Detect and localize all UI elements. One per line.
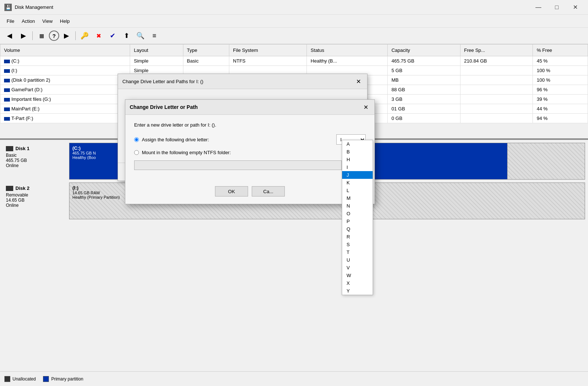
mount-radio[interactable] — [134, 150, 139, 155]
col-layout[interactable]: Layout — [130, 45, 183, 56]
cell-pct: 100 % — [533, 66, 588, 75]
window-controls: — □ ✕ — [530, 2, 584, 13]
dropdown-item-n[interactable]: N — [342, 202, 373, 210]
toolbar-menu[interactable]: ≡ — [148, 30, 161, 42]
disk1-label: Disk 1 Basic 465.75 GB Online — [3, 143, 69, 180]
mount-label: Mount in the following empty NTFS folder… — [142, 150, 231, 155]
toolbar-search[interactable]: 🔍 — [134, 30, 147, 42]
dropdown-item-m[interactable]: M — [342, 194, 373, 202]
legend-primary-box — [43, 376, 49, 382]
menu-view[interactable]: View — [39, 17, 56, 25]
cell-volume: MainPart (E:) — [0, 104, 130, 114]
legend-primary-label: Primary partition — [51, 376, 83, 382]
disk1-unallocated[interactable] — [508, 143, 585, 179]
toolbar-forward[interactable]: ▶ — [17, 30, 30, 42]
cell-fs: NTFS — [229, 56, 307, 66]
dropdown-item-s[interactable]: S — [342, 241, 373, 248]
radio-row-mount: Mount in the following empty NTFS folder… — [134, 150, 366, 155]
dropdown-item-a[interactable]: A — [342, 140, 373, 148]
cell-volume: (Disk 0 partition 2) — [0, 75, 130, 85]
menu-help[interactable]: Help — [56, 17, 74, 25]
cell-capacity: 3 GB — [388, 95, 460, 104]
maximize-button[interactable]: □ — [548, 2, 565, 13]
dialog-outer-titlebar: Change Drive Letter and Paths for I: () … — [118, 74, 367, 89]
dropdown-item-j[interactable]: J — [342, 171, 373, 179]
legend: Unallocated Primary partition — [0, 371, 588, 386]
dialog-inner-close[interactable]: ✕ — [361, 103, 370, 111]
toolbar-properties[interactable]: ▦ — [35, 30, 48, 42]
disk2-status: Online — [6, 203, 66, 208]
dropdown-item-t[interactable]: T — [342, 248, 373, 256]
dialog-description: Enter a new drive letter or path for I: … — [134, 122, 366, 128]
drive-letter-dropdown[interactable]: ABHIJKLMNOPQRSTUVWXY — [342, 140, 373, 295]
dialog-inner-body: Enter a new drive letter or path for I: … — [125, 115, 374, 180]
dialog-inner-ok[interactable]: OK — [215, 186, 248, 196]
cell-status: Healthy (B... — [307, 56, 388, 66]
cell-free — [460, 66, 533, 75]
cell-pct: 100 % — [533, 75, 588, 85]
legend-unallocated: Unallocated — [4, 376, 36, 382]
toolbar-run[interactable]: ▶ — [60, 30, 73, 42]
cell-pct: 44 % — [533, 104, 588, 114]
cell-type: Basic — [183, 56, 229, 66]
cell-capacity: 88 GB — [388, 85, 460, 95]
dropdown-item-v[interactable]: V — [342, 264, 373, 272]
dropdown-item-b[interactable]: B — [342, 148, 373, 156]
cell-capacity: 01 GB — [388, 104, 460, 114]
dropdown-item-l[interactable]: L — [342, 187, 373, 194]
col-volume[interactable]: Volume — [0, 45, 130, 56]
toolbar-back[interactable]: ◀ — [3, 30, 16, 42]
col-free[interactable]: Free Sp... — [460, 45, 533, 56]
path-input-row: Bro... — [134, 160, 366, 170]
dialog-outer-close[interactable]: ✕ — [354, 77, 363, 86]
dropdown-item-q[interactable]: Q — [342, 225, 373, 233]
cell-volume: (I:) — [0, 66, 130, 75]
title-bar: 💾 Disk Management — □ ✕ — [0, 0, 588, 15]
app-icon: 💾 — [4, 4, 12, 11]
dropdown-item-y[interactable]: Y — [342, 287, 373, 295]
cell-free — [460, 104, 533, 114]
cell-free — [460, 114, 533, 123]
dialog-outer-title: Change Drive Letter and Paths for I: () — [122, 79, 203, 84]
dropdown-item-k[interactable]: K — [342, 179, 373, 187]
dropdown-item-p[interactable]: P — [342, 217, 373, 225]
cell-pct: 39 % — [533, 95, 588, 104]
dropdown-item-i[interactable]: I — [342, 163, 373, 171]
toolbar-delete[interactable]: ✖ — [92, 30, 105, 42]
dialog-inner[interactable]: Change Drive Letter or Path ✕ Enter a ne… — [125, 99, 375, 204]
cell-volume: GamePart (D:) — [0, 85, 130, 95]
table-row[interactable]: (C:) Simple Basic NTFS Healthy (B... 465… — [0, 56, 588, 66]
col-capacity[interactable]: Capacity — [388, 45, 460, 56]
dropdown-item-h[interactable]: H — [342, 156, 373, 163]
col-status[interactable]: Status — [307, 45, 388, 56]
menu-action[interactable]: Action — [18, 17, 39, 25]
dropdown-item-w[interactable]: W — [342, 272, 373, 279]
toolbar: ◀ ▶ ▦ ? ▶ 🔑 ✖ ✔ ⬆ 🔍 ≡ — [0, 28, 588, 44]
dropdown-item-o[interactable]: O — [342, 210, 373, 217]
minimize-button[interactable]: — — [530, 2, 547, 13]
dialog-inner-buttons: OK Ca... — [125, 180, 374, 204]
toolbar-check[interactable]: ✔ — [106, 30, 119, 42]
dropdown-item-u[interactable]: U — [342, 256, 373, 264]
col-filesystem[interactable]: File System — [229, 45, 307, 56]
menu-file[interactable]: File — [3, 17, 18, 25]
col-type[interactable]: Type — [183, 45, 229, 56]
dropdown-item-r[interactable]: R — [342, 233, 373, 241]
cell-capacity: 465.75 GB — [388, 56, 460, 66]
disk2-size: 14.65 GB — [6, 198, 66, 203]
col-pct[interactable]: % Free — [533, 45, 588, 56]
toolbar-key[interactable]: 🔑 — [78, 30, 91, 42]
cell-capacity: 5 GB — [388, 66, 460, 75]
assign-radio[interactable] — [134, 137, 139, 142]
dropdown-item-x[interactable]: X — [342, 279, 373, 287]
path-input[interactable] — [134, 160, 342, 170]
close-button[interactable]: ✕ — [567, 2, 584, 13]
cell-volume: T-Part (F:) — [0, 114, 130, 123]
legend-primary: Primary partition — [43, 376, 83, 382]
toolbar-help[interactable]: ? — [49, 31, 59, 41]
dialog-inner-cancel[interactable]: Ca... — [252, 186, 285, 196]
toolbar-up[interactable]: ⬆ — [120, 30, 133, 42]
legend-unallocated-label: Unallocated — [12, 376, 36, 382]
radio-row-assign: Assign the following drive letter: I — [134, 134, 366, 145]
assign-label: Assign the following drive letter: — [142, 137, 209, 142]
